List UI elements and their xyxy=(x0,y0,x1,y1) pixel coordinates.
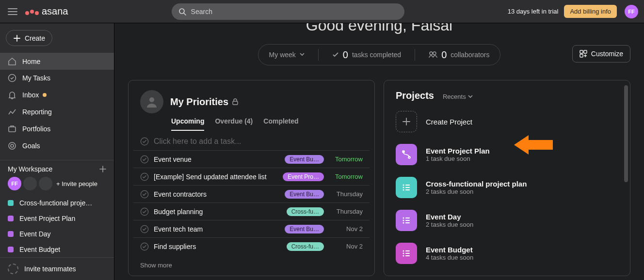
task-title: Event tech team xyxy=(154,225,280,233)
project-icon xyxy=(396,177,417,198)
create-button[interactable]: Create xyxy=(6,30,52,46)
sidebar-project-label: Cross-functional proje… xyxy=(19,199,92,207)
sidebar-project-item[interactable]: Event Project Plan xyxy=(0,211,114,226)
task-title: Find suppliers xyxy=(154,243,282,250)
portfolio-icon xyxy=(8,124,16,133)
hamburger-button[interactable] xyxy=(6,5,19,18)
sidebar-item-reporting[interactable]: Reporting xyxy=(0,104,114,121)
project-subtitle: 2 tasks due soon xyxy=(426,221,473,228)
member-avatar-empty[interactable] xyxy=(23,177,37,190)
invite-people-link[interactable]: + Invite people xyxy=(56,180,97,187)
add-billing-button[interactable]: Add billing info xyxy=(564,5,617,18)
project-pill[interactable]: Event Pro… xyxy=(283,172,324,181)
project-pill[interactable]: Cross-fu… xyxy=(287,207,324,216)
check-circle-icon[interactable] xyxy=(140,242,149,251)
sidebar-item-inbox[interactable]: Inbox xyxy=(0,87,114,104)
plus-icon xyxy=(402,117,411,126)
user-avatar[interactable] xyxy=(140,90,163,113)
svg-rect-3 xyxy=(9,127,16,132)
sidebar-project-label: Event Day xyxy=(19,230,51,238)
project-pill[interactable]: Event Bu… xyxy=(285,190,324,199)
task-row[interactable]: Event venue Event Bu… Tomorrow xyxy=(133,150,370,168)
collaborators-stat: 0 collaborators xyxy=(429,49,489,61)
project-pill[interactable]: Event Bu… xyxy=(285,225,324,233)
tab-completed[interactable]: Completed xyxy=(263,117,298,131)
svg-rect-25 xyxy=(405,187,410,188)
svg-point-15 xyxy=(141,173,148,180)
my-priorities-title: My Priorities xyxy=(170,96,238,108)
check-icon xyxy=(332,51,339,58)
sidebar-item-label: Home xyxy=(22,58,40,65)
project-color-icon xyxy=(8,231,14,237)
sidebar-item-label: My Tasks xyxy=(22,74,50,82)
projects-card: Projects Recents Create Project xyxy=(384,80,630,276)
member-avatar-empty[interactable] xyxy=(39,177,52,190)
sidebar-project-item[interactable]: Cross-functional proje… xyxy=(0,195,114,211)
summary-bar: My week 0 tasks completed 0 collaborator… xyxy=(128,44,630,65)
recents-dropdown[interactable]: Recents xyxy=(443,93,473,100)
project-row[interactable]: Cross-functional project plan 2 tasks du… xyxy=(390,171,624,204)
my-week-dropdown[interactable]: My week xyxy=(269,51,305,59)
project-row[interactable]: Event Day 2 tasks due soon xyxy=(390,204,624,237)
invite-teammates-link[interactable]: Invite teammates xyxy=(0,257,114,280)
check-circle-icon[interactable] xyxy=(140,155,149,164)
sidebar-project-item[interactable]: Event Day xyxy=(0,226,114,242)
search-input[interactable]: Search xyxy=(172,3,404,20)
svg-point-16 xyxy=(141,190,148,198)
svg-rect-23 xyxy=(405,185,410,186)
sidebar-item-home[interactable]: Home xyxy=(0,53,114,70)
show-more-link[interactable]: Show more xyxy=(129,257,374,274)
add-task-row[interactable]: Click here to add a task... xyxy=(133,133,370,150)
sidebar-item-label: Reporting xyxy=(22,108,52,116)
sidebar-project-item[interactable]: Event Budget xyxy=(0,242,114,257)
task-title: Event contractors xyxy=(154,190,280,198)
member-avatar[interactable]: FF xyxy=(8,177,21,190)
check-circle-icon[interactable] xyxy=(140,172,149,181)
svg-point-11 xyxy=(149,97,154,102)
svg-point-13 xyxy=(141,138,148,145)
project-row[interactable]: Event Budget 4 tasks due soon xyxy=(390,237,624,270)
asana-logo[interactable]: asana xyxy=(25,6,68,17)
sidebar-item-portfolios[interactable]: Portfolios xyxy=(0,120,114,137)
check-circle-icon[interactable] xyxy=(140,225,149,233)
sidebar-item-goals[interactable]: Goals xyxy=(0,137,114,154)
task-row[interactable]: Budget planning Cross-fu… Thursday xyxy=(133,202,370,220)
create-button-label: Create xyxy=(25,34,45,42)
customize-button[interactable]: Customize xyxy=(572,45,630,62)
tab-overdue[interactable]: Overdue (4) xyxy=(215,117,253,131)
task-row[interactable]: Event contractors Event Bu… Thursday xyxy=(133,185,370,202)
create-project-row[interactable]: Create Project xyxy=(390,105,624,138)
project-name: Cross-functional project plan xyxy=(426,180,527,188)
task-row[interactable]: [Example] Send updated attendee list Eve… xyxy=(133,168,370,185)
svg-point-36 xyxy=(403,253,404,254)
project-icon xyxy=(396,210,417,231)
sidebar-item-label: Inbox xyxy=(22,91,39,99)
svg-rect-8 xyxy=(580,50,583,53)
project-pill[interactable]: Event Bu… xyxy=(285,155,324,164)
project-row[interactable]: Event Project Plan 1 task due soon xyxy=(390,138,624,171)
svg-point-28 xyxy=(403,218,404,219)
project-icon xyxy=(396,243,417,264)
sidebar-item-my-tasks[interactable]: My Tasks xyxy=(0,70,114,87)
topbar: asana Search 13 days left in trial Add b… xyxy=(0,0,644,23)
check-circle-icon xyxy=(140,137,149,146)
task-row[interactable]: Event tech team Event Bu… Nov 2 xyxy=(133,220,370,237)
scrollbar[interactable] xyxy=(624,85,628,182)
goals-icon xyxy=(8,141,16,150)
sidebar-item-label: Goals xyxy=(22,142,40,150)
profile-avatar[interactable]: FF xyxy=(625,5,638,18)
tab-upcoming[interactable]: Upcoming xyxy=(171,117,204,131)
task-row[interactable]: Find suppliers Cross-fu… Nov 2 xyxy=(133,237,370,255)
globe-icon xyxy=(8,264,18,274)
project-subtitle: 2 tasks due soon xyxy=(426,188,527,195)
check-icon xyxy=(8,74,16,82)
project-pill[interactable]: Cross-fu… xyxy=(287,242,324,251)
home-icon xyxy=(8,57,16,66)
svg-rect-33 xyxy=(405,222,410,223)
check-circle-icon[interactable] xyxy=(140,190,149,199)
svg-point-22 xyxy=(403,185,404,186)
sidebar: Create Home My Tasks Inbox Reporting Por… xyxy=(0,23,114,280)
check-circle-icon[interactable] xyxy=(140,207,149,216)
workspace-header[interactable]: My Workspace xyxy=(0,160,114,175)
plus-icon[interactable] xyxy=(99,166,106,172)
